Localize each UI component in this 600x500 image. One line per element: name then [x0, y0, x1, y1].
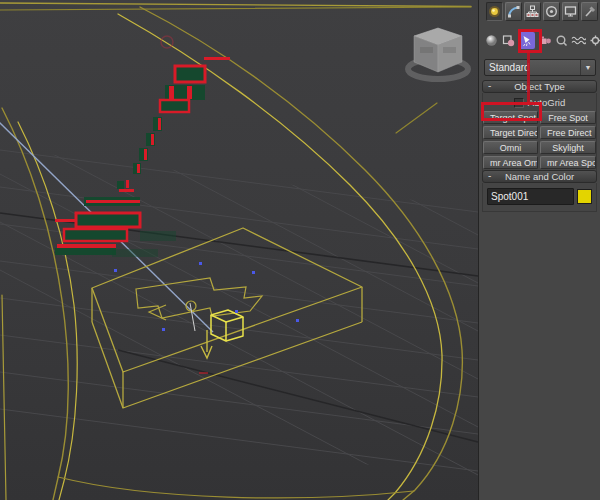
spacewarps-icon — [571, 34, 586, 47]
object-type-rollout-body: AutoGrid Target Spot Free Spot Target Di… — [482, 93, 597, 174]
hierarchy-tab[interactable] — [524, 2, 541, 21]
mr-area-omni-button[interactable]: mr Area Omni — [483, 156, 538, 169]
light-type-dropdown[interactable]: Standard ▼ — [484, 59, 596, 76]
object-color-swatch[interactable] — [577, 189, 592, 204]
motion-tab-icon — [545, 5, 558, 18]
object-type-rollout-header[interactable]: - Object Type — [482, 80, 597, 93]
hierarchy-tab-icon — [526, 5, 539, 18]
modify-tab[interactable] — [505, 2, 522, 21]
cameras-icon — [538, 34, 551, 47]
geometry-category[interactable] — [484, 32, 499, 49]
create-tab[interactable] — [486, 2, 503, 21]
autogrid-row: AutoGrid — [483, 96, 596, 109]
lights-icon — [520, 34, 533, 47]
systems-category[interactable] — [588, 32, 600, 49]
utilities-tab-icon — [583, 5, 596, 18]
display-tab-icon — [564, 5, 577, 18]
utilities-tab[interactable] — [581, 2, 598, 21]
free-direct-button[interactable]: Free Direct — [540, 126, 596, 139]
mr-area-spot-button[interactable]: mr Area Spot — [540, 156, 596, 169]
lights-category[interactable] — [518, 32, 535, 49]
free-spot-button[interactable]: Free Spot — [540, 111, 596, 124]
rollout-title: Name and Color — [483, 171, 596, 182]
create-tab-icon — [488, 5, 501, 18]
motion-tab[interactable] — [543, 2, 560, 21]
object-name-input[interactable]: Spot001 — [487, 188, 574, 205]
display-tab[interactable] — [562, 2, 579, 21]
viewport-canvas — [0, 0, 478, 500]
helpers-category[interactable] — [554, 32, 569, 49]
omni-button[interactable]: Omni — [483, 141, 538, 154]
spacewarps-category[interactable] — [571, 32, 586, 49]
name-color-rollout-body: Spot001 — [482, 183, 597, 212]
geometry-icon — [485, 34, 498, 47]
dropdown-value: Standard — [485, 62, 580, 73]
create-categories — [484, 32, 600, 49]
chevron-down-icon[interactable]: ▼ — [580, 60, 595, 75]
object-type-rollout: - Object Type AutoGrid Target Spot Free … — [482, 80, 597, 174]
systems-icon — [589, 34, 600, 47]
command-panel: Standard ▼ - Object Type AutoGrid Target… — [478, 0, 600, 500]
name-color-rollout-header[interactable]: - Name and Color — [482, 170, 597, 183]
target-direct-button[interactable]: Target Direct — [483, 126, 538, 139]
light-buttons-grid: Target Spot Free Spot Target Direct Free… — [483, 111, 596, 169]
shapes-category[interactable] — [501, 32, 516, 49]
autogrid-checkbox[interactable] — [514, 98, 524, 108]
command-panel-tabs — [486, 2, 598, 21]
name-color-rollout: - Name and Color Spot001 — [482, 170, 597, 212]
collapse-icon: - — [488, 170, 491, 181]
perspective-viewport[interactable] — [0, 0, 478, 500]
modify-tab-icon — [507, 5, 520, 18]
collapse-icon: - — [488, 80, 491, 91]
cameras-category[interactable] — [537, 32, 552, 49]
skylight-button[interactable]: Skylight — [540, 141, 596, 154]
target-spot-button[interactable]: Target Spot — [483, 111, 538, 124]
rollout-title: Object Type — [483, 81, 596, 92]
autogrid-label: AutoGrid — [528, 97, 566, 108]
helpers-icon — [555, 34, 568, 47]
view-cube[interactable] — [408, 28, 468, 79]
shapes-icon — [502, 34, 515, 47]
